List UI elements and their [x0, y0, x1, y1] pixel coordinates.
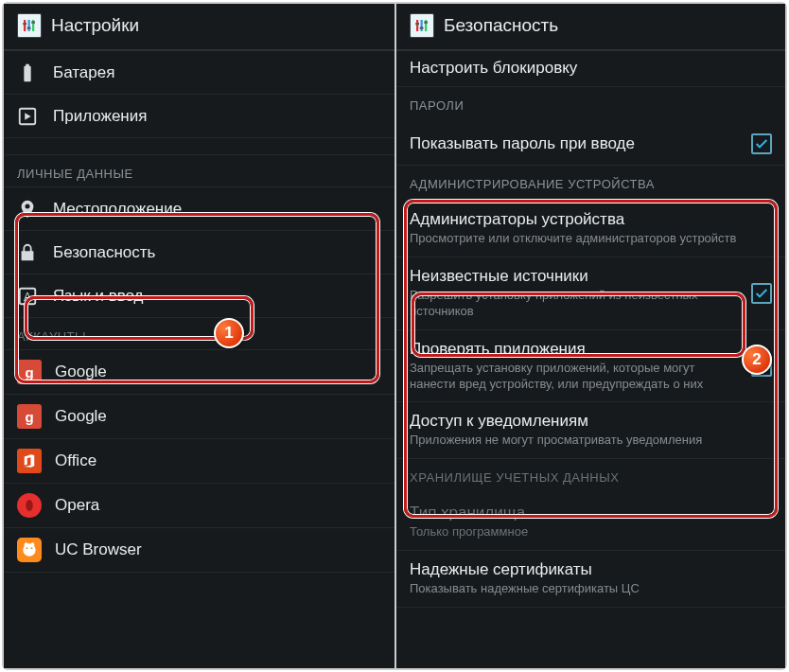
svg-rect-1: [28, 20, 30, 31]
row-label: Office: [55, 451, 96, 470]
row-storage-type: Тип хранилища Только программное: [396, 494, 785, 551]
language-icon: A: [17, 286, 38, 307]
row-label: Администраторы устройства: [410, 210, 764, 229]
row-office[interactable]: Office: [4, 439, 394, 484]
row-verify-apps[interactable]: Проверять приложения Запрещать установку…: [396, 330, 785, 403]
row-label: Батарея: [53, 63, 114, 82]
header-title: Безопасность: [444, 15, 558, 36]
row-sublabel: Разрешить установку приложений из неизве…: [410, 288, 744, 320]
svg-rect-4: [27, 27, 31, 29]
row-label: Надежные сертификаты: [410, 560, 764, 579]
row-label: Настроить блокировку: [410, 59, 577, 78]
settings-screen: Настройки Батарея Приложения ЛИЧНЫЕ ДАНН…: [4, 4, 394, 668]
row-unknown-sources[interactable]: Неизвестные источники Разрешить установк…: [396, 257, 785, 330]
svg-point-15: [30, 542, 34, 546]
row-sublabel: Приложения не могут просматривать уведом…: [410, 433, 764, 449]
row-label: Google: [55, 407, 107, 426]
row-location[interactable]: Местоположение: [4, 187, 394, 231]
header: Настройки: [4, 4, 394, 51]
battery-icon: [17, 62, 38, 83]
section-storage: ХРАНИЛИЩЕ УЧЕТНЫХ ДАННЫХ: [396, 459, 785, 494]
row-label: Язык и ввод: [53, 287, 144, 306]
row-label: Google: [55, 363, 107, 381]
office-icon: [17, 449, 42, 473]
row-sublabel: Просмотрите или отключите администраторо…: [410, 231, 764, 247]
svg-rect-5: [31, 22, 35, 24]
google-icon: g: [17, 360, 42, 384]
row-language[interactable]: A Язык и ввод: [4, 274, 394, 318]
header-title: Настройки: [51, 15, 139, 36]
svg-point-12: [26, 547, 28, 549]
row-label: Тип хранилища: [410, 504, 764, 522]
row-label: Доступ к уведомлениям: [410, 412, 764, 431]
svg-text:A: A: [24, 290, 31, 303]
row-label: UC Browser: [55, 540, 142, 559]
row-notif-access[interactable]: Доступ к уведомлениям Приложения не могу…: [396, 402, 785, 459]
row-battery[interactable]: Батарея: [4, 51, 394, 95]
checkbox-verify-apps[interactable]: [751, 356, 772, 377]
row-device-admins[interactable]: Администраторы устройства Просмотрите ил…: [396, 201, 785, 257]
row-show-password[interactable]: Показывать пароль при вводе: [396, 122, 785, 166]
apps-icon: [17, 106, 38, 127]
row-security[interactable]: Безопасность: [4, 231, 394, 274]
section-personal: ЛИЧНЫЕ ДАННЫЕ: [4, 155, 394, 187]
row-label: Местоположение: [53, 200, 182, 219]
header: Безопасность: [396, 4, 785, 51]
svg-rect-16: [416, 20, 418, 31]
svg-point-14: [25, 542, 28, 546]
svg-rect-17: [421, 20, 423, 31]
row-uc[interactable]: UC Browser: [4, 528, 394, 573]
row-google2[interactable]: g Google: [4, 395, 394, 439]
opera-icon: [17, 493, 42, 518]
checkbox-show-password[interactable]: [751, 133, 772, 154]
svg-rect-21: [424, 22, 428, 24]
row-label: Безопасность: [53, 243, 155, 262]
settings-icon: [17, 13, 42, 38]
svg-marker-7: [25, 113, 30, 119]
row-trusted-certs[interactable]: Надежные сертификаты Показывать надежные…: [396, 551, 785, 608]
section-passwords: ПАРОЛИ: [396, 87, 785, 122]
row-google1[interactable]: g Google: [4, 350, 394, 395]
security-screen: Безопасность Настроить блокировку ПАРОЛИ…: [394, 4, 785, 668]
row-configure-lock[interactable]: Настроить блокировку: [396, 51, 785, 87]
svg-point-10: [26, 500, 33, 511]
svg-rect-3: [23, 23, 26, 25]
row-label: Opera: [55, 496, 99, 515]
row-label: Проверять приложения: [410, 340, 744, 359]
row-apps[interactable]: Приложения: [4, 95, 394, 138]
row-label: Показывать пароль при вводе: [410, 134, 635, 153]
svg-point-13: [31, 547, 33, 549]
row-sublabel: Показывать надежные сертификаты ЦС: [410, 581, 764, 597]
row-label: Приложения: [53, 107, 147, 126]
row-sublabel: Запрещать установку приложений, которые …: [410, 361, 744, 393]
svg-rect-20: [420, 27, 424, 29]
lock-icon: [17, 242, 38, 263]
section-accounts: АККАУНТЫ: [4, 318, 394, 350]
row-sublabel: Только программное: [410, 524, 764, 540]
google-icon: g: [17, 404, 42, 429]
svg-rect-0: [24, 20, 26, 31]
location-icon: [17, 199, 38, 220]
checkbox-unknown-sources[interactable]: [751, 283, 772, 304]
row-label: Неизвестные источники: [410, 267, 744, 286]
svg-rect-19: [415, 23, 419, 25]
row-opera[interactable]: Opera: [4, 484, 394, 528]
uc-icon: [17, 538, 42, 562]
section-admin: АДМИНИСТРИРОВАНИЕ УСТРОЙСТВА: [396, 166, 785, 201]
settings-icon: [410, 13, 434, 38]
